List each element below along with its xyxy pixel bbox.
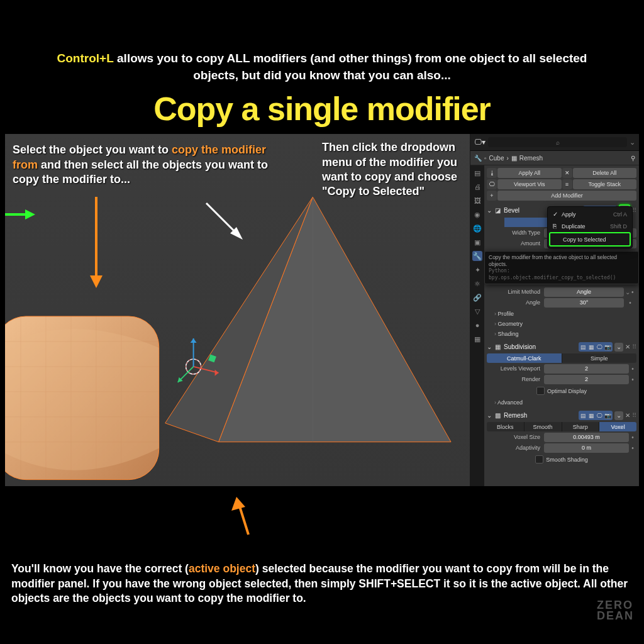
modifier-remesh-header[interactable]: ⌄ ▩ Remesh ▤▦🖵📷 ⌄ ✕ ⠿ [487,409,636,421]
tab-material-icon[interactable]: ● [472,320,482,330]
tab-world-icon[interactable]: 🌐 [472,223,482,233]
modifier-name-remesh[interactable]: Remesh [502,412,577,419]
subdiv-advanced-section[interactable]: Advanced [487,397,636,407]
bevel-shading-section[interactable]: Shading [487,328,636,338]
chevron-down-icon[interactable]: ⌄ [487,207,493,214]
chevron-down-icon[interactable]: ⌄ [487,412,493,419]
tab-particles-icon[interactable]: ✦ [472,265,482,275]
footer-text: You'll know you have the correct (active… [11,562,633,606]
hotkey-label: Control+L [57,52,114,65]
properties-sidebar: 🖵▾ ⌕ ⌄ 🔧 ▫ Cube › ▦ Remesh ⚲ ▤ 🖨 🖼 ◉ 🌐 ▣… [470,134,639,486]
add-icon[interactable]: + [487,191,497,201]
tab-modifiers-icon[interactable]: 🔧 [472,251,482,261]
subdiv-display-toggles[interactable]: ▤▦🖵📷 [579,342,613,352]
remesh-sharp-tab[interactable]: Sharp [562,422,600,431]
viewport-3d[interactable]: Select the object you want to copy the m… [5,134,470,486]
subdiv-catmull-tab[interactable]: Catmull-Clark [487,353,562,363]
highlight-active-object: active object [189,562,255,575]
chevron-down-icon[interactable]: ⌄ [487,343,493,350]
bevel-icon: ◪ [495,207,501,214]
amount-label: Amount [487,240,544,247]
levels-vp-value[interactable]: 2 [544,364,629,374]
intro-rest: allows you to copy ALL modifiers (and ot… [114,52,587,82]
main-content: Select the object you want to copy the m… [5,134,639,486]
delete-x-icon[interactable]: ✕ [562,168,572,178]
remesh-smooth-tab[interactable]: Smooth [525,422,562,431]
voxel-size-value[interactable]: 0.00493 m [544,433,629,442]
search-input[interactable]: ⌕ [488,137,627,147]
subdivision-icon: ▦ [495,343,501,350]
editor-type-icon[interactable]: 🖵▾ [474,138,486,147]
options-icon[interactable]: ⌄ [630,138,635,147]
cube-icon: ▫ [484,155,487,162]
viewport-vis-icon[interactable]: 🖵 [487,179,497,189]
angle-label: Angle [487,299,544,306]
limit-method-value[interactable]: Angle [544,287,624,297]
drag-handle-icon[interactable]: ⠿ [632,412,636,419]
toggle-stack-button[interactable]: Toggle Stack [573,179,637,189]
menu-apply[interactable]: ✓ Apply Ctrl A [549,208,631,220]
drag-handle-icon[interactable]: ⠿ [632,207,636,214]
checkbox-icon[interactable] [536,387,545,395]
breadcrumb: 🔧 ▫ Cube › ▦ Remesh ⚲ [470,151,639,165]
tab-constraints-icon[interactable]: 🔗 [472,292,482,303]
render-value[interactable]: 2 [544,375,629,384]
wrench-icon: 🔧 [474,155,482,162]
tab-mesh-icon[interactable]: ▽ [472,306,482,316]
breadcrumb-object[interactable]: Cube [489,155,504,162]
apply-all-button[interactable]: Apply All [497,168,562,178]
optimal-display-row[interactable]: Optimal Display [487,385,636,397]
modifier-subdivision-header[interactable]: ⌄ ▦ Subdivision ▤▦🖵📷 ⌄ ✕ ⠿ [487,341,636,353]
close-icon[interactable]: ✕ [625,412,630,419]
tab-physics-icon[interactable]: ⚛ [472,279,482,289]
watermark: ZERO DEAN [597,600,634,621]
menu-duplicate[interactable]: ⎘ Duplicate Shift D [549,220,631,232]
subdiv-simple-tab[interactable]: Simple [562,353,637,363]
remesh-icon: ▩ [495,412,501,419]
tab-viewlayer-icon[interactable]: 🖼 [472,196,482,206]
page-title: Copy a single modifier [38,90,606,128]
remesh-voxel-tab[interactable]: Voxel [599,422,636,431]
add-modifier-button[interactable]: Add Modifier [497,191,636,201]
bevel-geometry-section[interactable]: Geometry [487,318,636,328]
modifier-name-subdivision[interactable]: Subdivision [502,343,577,350]
pin-icon[interactable]: ⚲ [631,155,635,162]
tab-object-icon[interactable]: ▣ [472,237,482,247]
toggle-stack-icon[interactable]: ≡ [562,179,572,189]
tab-scene-icon[interactable]: ◉ [472,209,482,219]
render-label: Render [487,376,544,382]
tab-output-icon[interactable]: 🖨 [472,182,482,192]
instruction-left: Select the object you want to copy the m… [13,143,277,187]
apply-all-icon[interactable]: ⭳ [487,168,497,178]
viewport-vis-button[interactable]: Viewport Vis [497,179,562,189]
drag-handle-icon[interactable]: ⠿ [632,343,636,350]
angle-value[interactable]: 30° [544,298,624,308]
header-area: Control+L allows you to copy ALL modifie… [0,0,644,134]
subdiv-dropdown-button[interactable]: ⌄ [614,343,623,352]
delete-all-button[interactable]: Delete All [573,168,637,178]
close-icon[interactable]: ✕ [625,343,630,350]
checkbox-icon[interactable] [535,455,543,464]
sidebar-top-bar: 🖵▾ ⌕ ⌄ [470,134,639,151]
modifier-panel: ⭳ Apply All ✕ Delete All 🖵 Viewport Vis … [484,165,639,486]
adaptivity-label: Adaptivity [487,445,544,451]
tab-texture-icon[interactable]: ▦ [472,334,482,344]
modifier-dropdown-menu: ✓ Apply Ctrl A ⎘ Duplicate Shift D Copy … [547,206,633,248]
smooth-shading-row[interactable]: Smooth Shading [487,453,636,465]
limit-method-label: Limit Method [487,289,544,295]
bevel-profile-section[interactable]: Profile [487,308,636,318]
tab-render-icon[interactable]: ▤ [472,168,482,178]
svg-marker-30 [231,497,245,511]
breadcrumb-modifier[interactable]: Remesh [519,155,543,162]
arrow-orange-up [226,497,264,541]
remesh-dropdown-button[interactable]: ⌄ [614,411,623,420]
remesh-blocks-tab[interactable]: Blocks [487,422,525,431]
remesh-icon: ▦ [511,155,517,162]
instruction-right: Then click the dropdown menu of the modi… [322,140,464,199]
adaptivity-value[interactable]: 0 m [544,443,629,453]
voxel-size-label: Voxel Size [487,434,544,440]
tooltip-copy-to-selected: Copy the modifier from the active object… [484,251,639,284]
menu-copy-to-selected[interactable]: Copy to Selected [549,232,631,247]
width-type-label: Width Type [487,230,544,236]
remesh-display-toggles[interactable]: ▤▦🖵📷 [579,411,613,420]
